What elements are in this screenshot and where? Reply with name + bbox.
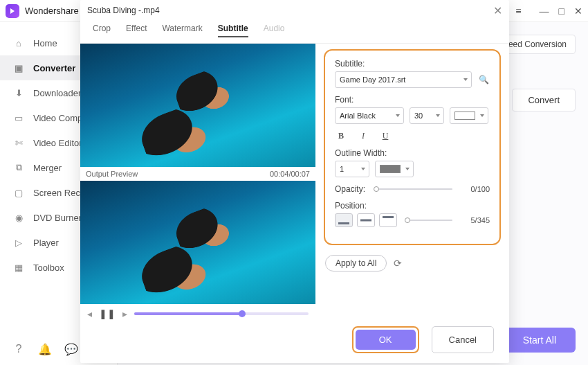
opacity-slider[interactable] xyxy=(375,188,452,190)
position-bottom-button[interactable] xyxy=(335,213,353,227)
converter-icon: ▣ xyxy=(12,62,25,74)
next-frame-icon[interactable]: ▸ xyxy=(122,308,127,319)
font-size-select[interactable]: 30 xyxy=(410,107,444,124)
start-all-button[interactable]: Start All xyxy=(504,328,576,353)
close-icon[interactable]: ✕ xyxy=(493,4,502,17)
sidebar-item-label: DVD Burner xyxy=(33,213,82,223)
editor-icon: ✄ xyxy=(12,136,25,149)
output-preview-label: Output Preview xyxy=(86,170,138,178)
home-icon: ⌂ xyxy=(12,37,25,49)
outline-color-swatch xyxy=(380,165,401,173)
sidebar-item-label: Downloader xyxy=(33,88,81,98)
settings-column: Subtitle: Game Day 2017.srt 🔍 Font: Aria… xyxy=(315,44,509,319)
close-window-icon[interactable]: ✕ xyxy=(574,6,582,17)
playback-slider[interactable] xyxy=(134,312,309,315)
maximize-icon[interactable]: □ xyxy=(559,6,564,17)
dvd-icon: ◉ xyxy=(12,211,25,224)
sidebar-item-label: Home xyxy=(33,38,57,48)
sidebar-item-label: Video Editor xyxy=(33,138,82,148)
position-slider[interactable] xyxy=(407,220,452,221)
position-value: 5/345 xyxy=(462,216,490,224)
pause-icon[interactable]: ❚❚ xyxy=(99,308,116,319)
compress-icon: ▭ xyxy=(12,112,25,124)
opacity-value: 0/100 xyxy=(462,185,490,193)
preview-time: 00:04/00:07 xyxy=(270,170,310,178)
modal-title: Scuba Diving -.mp4 xyxy=(87,6,493,15)
bold-button[interactable]: B xyxy=(335,131,347,141)
help-icon[interactable]: ? xyxy=(12,343,25,355)
outline-color-select[interactable] xyxy=(375,161,414,177)
reset-icon[interactable]: ⟳ xyxy=(394,258,402,269)
toolbox-icon: ▦ xyxy=(12,261,25,274)
position-top-button[interactable] xyxy=(379,213,397,227)
playback-controls: ◂ ❚❚ ▸ xyxy=(80,304,315,319)
font-color-select[interactable] xyxy=(450,107,488,124)
sidebar-item-label: Toolbox xyxy=(33,262,64,273)
source-preview xyxy=(80,44,315,167)
subtitle-settings-panel: Subtitle: Game Day 2017.srt 🔍 Font: Aria… xyxy=(324,49,501,245)
cancel-button[interactable]: Cancel xyxy=(432,326,494,353)
downloader-icon: ⬇ xyxy=(12,87,25,99)
subtitle-label: Subtitle: xyxy=(335,59,490,69)
sidebar-item-label: Merger xyxy=(33,163,62,173)
convert-button[interactable]: Convert xyxy=(512,89,576,112)
search-subtitle-icon[interactable]: 🔍 xyxy=(477,73,490,86)
subtitle-file-select[interactable]: Game Day 2017.srt xyxy=(335,71,472,88)
outline-width-select[interactable]: 1 xyxy=(335,161,369,177)
tab-crop[interactable]: Crop xyxy=(93,24,111,37)
apply-to-all-button[interactable]: Apply to All xyxy=(325,255,387,271)
bell-icon[interactable]: 🔔 xyxy=(39,343,51,355)
tab-subtitle[interactable]: Subtitle xyxy=(218,24,248,37)
recorder-icon: ▢ xyxy=(12,186,25,199)
minimize-icon[interactable]: — xyxy=(540,6,549,17)
player-icon: ▷ xyxy=(12,236,25,249)
sidebar-item-label: Converter xyxy=(33,63,75,73)
underline-button[interactable]: U xyxy=(379,131,392,141)
prev-frame-icon[interactable]: ◂ xyxy=(87,308,92,319)
position-middle-button[interactable] xyxy=(357,213,375,227)
modal-tabs: Crop Effect Watermark Subtitle Audio xyxy=(80,21,509,44)
tab-watermark[interactable]: Watermark xyxy=(162,24,202,37)
app-logo-icon xyxy=(6,4,19,18)
merger-icon: ⧉ xyxy=(12,161,25,174)
italic-button[interactable]: I xyxy=(357,131,369,141)
font-color-swatch xyxy=(454,112,475,120)
outline-label: Outline Width: xyxy=(335,148,490,158)
opacity-label: Opacity: xyxy=(335,184,365,194)
preview-column: Output Preview 00:04/00:07 ◂ ❚❚ ▸ xyxy=(80,44,315,319)
subtitle-editor-modal: Scuba Diving -.mp4 ✕ Crop Effect Waterma… xyxy=(80,0,509,363)
tab-effect[interactable]: Effect xyxy=(126,24,147,37)
output-preview xyxy=(80,181,315,304)
ok-highlight: OK xyxy=(352,326,419,353)
ok-button[interactable]: OK xyxy=(356,330,416,350)
font-label: Font: xyxy=(335,95,490,105)
hamburger-icon[interactable]: ≡ xyxy=(515,6,521,17)
tab-audio[interactable]: Audio xyxy=(264,24,285,37)
position-label: Position: xyxy=(335,201,490,211)
font-name-select[interactable]: Arial Black xyxy=(335,107,404,124)
chat-icon[interactable]: 💬 xyxy=(65,343,77,355)
sidebar-item-label: Player xyxy=(33,238,59,248)
